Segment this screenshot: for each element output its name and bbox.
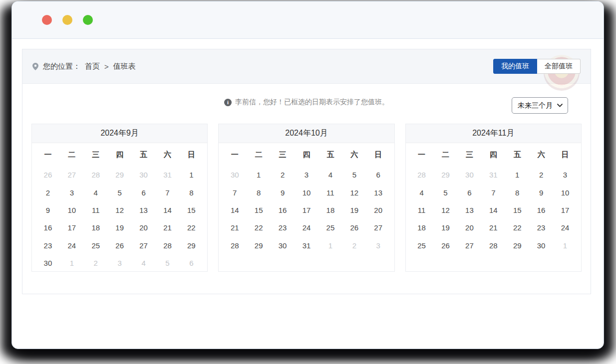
calendar-day: 16 bbox=[36, 219, 60, 236]
maximize-button[interactable] bbox=[83, 15, 93, 25]
calendar-day: 2 bbox=[529, 166, 553, 183]
range-select-value: 未来三个月 bbox=[518, 101, 553, 110]
calendar-day: 28 bbox=[410, 166, 434, 183]
weekday-label: 四 bbox=[295, 143, 318, 166]
calendar-day: 26 bbox=[342, 219, 366, 236]
view-toggle: 我的值班 全部值班 bbox=[493, 59, 581, 74]
calendar-day: 7 bbox=[223, 183, 247, 201]
weekday-label: 一 bbox=[410, 143, 434, 166]
calendar-day: 16 bbox=[529, 201, 553, 219]
calendar-day: 23 bbox=[271, 219, 295, 236]
calendar-day: 26 bbox=[108, 237, 132, 254]
calendar-day: 4 bbox=[84, 183, 108, 201]
calendar-day: 27 bbox=[457, 237, 481, 254]
calendar-day: 25 bbox=[318, 219, 342, 236]
breadcrumb-home-link[interactable]: 首页 bbox=[85, 62, 100, 71]
calendar-day: 28 bbox=[481, 237, 505, 254]
weekday-label: 四 bbox=[108, 143, 132, 166]
minimize-button[interactable] bbox=[62, 15, 72, 25]
calendar-day: 30 bbox=[457, 166, 481, 183]
calendar-day: 15 bbox=[505, 201, 529, 219]
calendar-day: 20 bbox=[457, 219, 481, 236]
calendar-day: 24 bbox=[60, 237, 84, 254]
weekday-label: 三 bbox=[84, 143, 108, 166]
calendar-day: 22 bbox=[505, 219, 529, 236]
weekday-label: 三 bbox=[271, 143, 295, 166]
calendar-day: 29 bbox=[505, 237, 529, 254]
calendar-day: 14 bbox=[481, 201, 505, 219]
calendar-day: 29 bbox=[108, 166, 132, 183]
calendar-day: 28 bbox=[156, 237, 180, 254]
weekday-label: 二 bbox=[247, 143, 271, 166]
calendar-day: 7 bbox=[481, 183, 505, 201]
calendar-day: 3 bbox=[553, 166, 577, 183]
calendar-day: 14 bbox=[156, 201, 180, 219]
calendar-day: 6 bbox=[457, 183, 481, 201]
calendar-day: 1 bbox=[247, 166, 271, 183]
calendar-grid: 一二三四五六日301234567891011121314151617181920… bbox=[219, 143, 394, 254]
calendar-month-title: 2024年11月 bbox=[406, 124, 581, 143]
calendar-day: 3 bbox=[108, 254, 132, 272]
calendar-day: 15 bbox=[179, 201, 203, 219]
weekday-label: 日 bbox=[553, 143, 577, 166]
calendar-day: 5 bbox=[342, 166, 366, 183]
my-duty-button[interactable]: 我的值班 bbox=[493, 59, 537, 74]
calendar-day: 29 bbox=[247, 237, 271, 254]
calendar-day: 11 bbox=[84, 201, 108, 219]
calendar-day: 31 bbox=[295, 237, 318, 254]
weekday-label: 二 bbox=[60, 143, 84, 166]
calendar-grid: 一二三四五六日262728293031123456789101112131415… bbox=[32, 143, 207, 272]
calendar-day: 13 bbox=[457, 201, 481, 219]
calendar-day: 17 bbox=[60, 219, 84, 236]
range-select[interactable]: 未来三个月 bbox=[512, 97, 568, 114]
calendar-day: 6 bbox=[366, 166, 390, 183]
calendar-day: 1 bbox=[179, 166, 203, 183]
close-button[interactable] bbox=[42, 15, 52, 25]
calendar-day: 30 bbox=[223, 166, 247, 183]
calendar-day: 1 bbox=[505, 166, 529, 183]
greeting-notice-text: 李前信，您好！已框选的日期表示安排了您值班。 bbox=[235, 98, 389, 107]
browser-window: 您的位置： 首页 > 值班表 我的值班 全部值班 i 李前信，您好！已框选的日期… bbox=[11, 1, 604, 349]
calendar-day: 17 bbox=[295, 201, 318, 219]
weekday-label: 五 bbox=[318, 143, 342, 166]
calendar-day: 2 bbox=[36, 183, 60, 201]
calendar-day: 21 bbox=[481, 219, 505, 236]
calendar-day: 19 bbox=[434, 219, 458, 236]
calendar-day: 12 bbox=[434, 201, 458, 219]
calendar-day: 20 bbox=[366, 201, 390, 219]
weekday-label: 三 bbox=[457, 143, 481, 166]
notice-row: i 李前信，您好！已框选的日期表示安排了您值班。 未来三个月 bbox=[22, 97, 591, 114]
location-pin-icon bbox=[32, 63, 38, 70]
calendar-day: 3 bbox=[366, 237, 390, 254]
calendar-day: 10 bbox=[553, 183, 577, 201]
calendar-day: 27 bbox=[132, 237, 156, 254]
weekday-label: 六 bbox=[529, 143, 553, 166]
calendar-day: 12 bbox=[108, 201, 132, 219]
breadcrumb-separator: > bbox=[104, 62, 109, 71]
calendar-day: 8 bbox=[505, 183, 529, 201]
calendar-day: 30 bbox=[529, 237, 553, 254]
duty-schedule-panel: 您的位置： 首页 > 值班表 我的值班 全部值班 i 李前信，您好！已框选的日期… bbox=[22, 49, 591, 294]
desktop-background: 您的位置： 首页 > 值班表 我的值班 全部值班 i 李前信，您好！已框选的日期… bbox=[0, 0, 616, 364]
breadcrumb-current: 值班表 bbox=[113, 62, 136, 71]
calendar-day: 3 bbox=[295, 166, 318, 183]
calendar-day: 7 bbox=[156, 183, 180, 201]
breadcrumb-label: 您的位置： bbox=[43, 62, 80, 71]
calendar-day: 23 bbox=[529, 219, 553, 236]
calendar-day: 28 bbox=[223, 237, 247, 254]
all-duty-button[interactable]: 全部值班 bbox=[537, 59, 581, 74]
calendar-day: 9 bbox=[271, 183, 295, 201]
calendar-day: 25 bbox=[410, 237, 434, 254]
calendar-day: 30 bbox=[36, 254, 60, 272]
calendar-day: 20 bbox=[132, 219, 156, 236]
calendar-day: 3 bbox=[60, 183, 84, 201]
breadcrumb: 您的位置： 首页 > 值班表 bbox=[32, 62, 136, 71]
calendar-day: 1 bbox=[553, 237, 577, 254]
calendar-grid: 一二三四五六日282930311234567891011121314151617… bbox=[406, 143, 581, 254]
calendar-day: 2 bbox=[271, 166, 295, 183]
calendar-day: 2 bbox=[84, 254, 108, 272]
weekday-label: 六 bbox=[342, 143, 366, 166]
calendar-day: 19 bbox=[342, 201, 366, 219]
greeting-notice: i 李前信，您好！已框选的日期表示安排了您值班。 bbox=[224, 98, 389, 107]
calendar-day: 24 bbox=[553, 219, 577, 236]
